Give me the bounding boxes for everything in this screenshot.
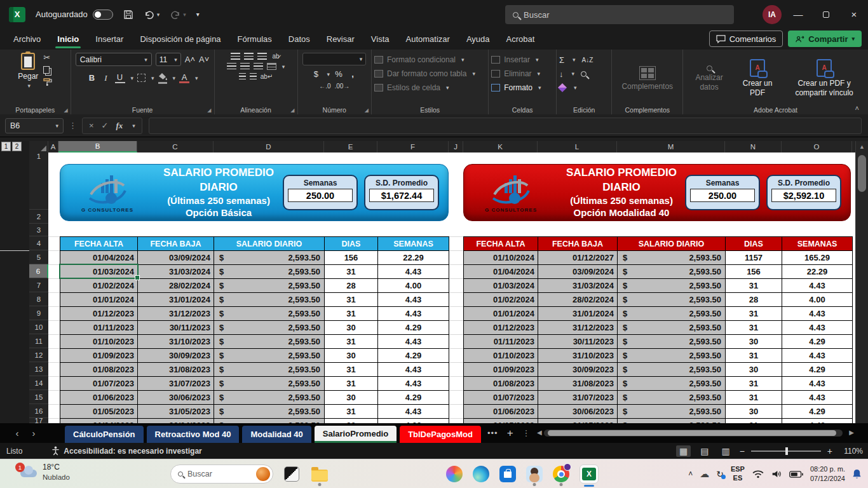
cell[interactable]: 31/01/2024 [138, 293, 214, 307]
sort-filter-icon[interactable]: A↓Z [582, 57, 593, 64]
quick-access-menu-icon[interactable]: ▾ [196, 11, 200, 18]
cell[interactable]: 4.00 [782, 293, 853, 307]
redo-icon[interactable]: ▾ [170, 10, 186, 19]
sheet-options-icon[interactable]: ⋮ [522, 428, 531, 438]
cell[interactable]: 22.29 [782, 265, 853, 279]
column-header-e[interactable]: E [324, 141, 377, 152]
cell[interactable]: $2,593.50 [618, 335, 726, 349]
cell[interactable]: 01/08/2023 [60, 363, 138, 377]
copilot-icon[interactable] [445, 464, 464, 484]
comments-button[interactable]: Comentarios [709, 30, 783, 47]
font-name-select[interactable]: Calibri▾ [76, 53, 152, 66]
row-header-14[interactable]: 14 [29, 376, 48, 390]
row-header-2[interactable]: 2 [29, 210, 48, 224]
cell[interactable]: 01/12/2023 [464, 321, 538, 335]
cell[interactable]: 4.43 [782, 419, 853, 423]
column-header-cell[interactable]: SEMANAS [782, 237, 853, 251]
cell[interactable]: 30 [325, 391, 378, 405]
cell[interactable]: 31 [726, 307, 782, 321]
cell[interactable]: 01/12/2027 [538, 251, 618, 265]
cell[interactable]: $2,593.50 [214, 391, 325, 405]
battery-icon[interactable] [789, 471, 803, 478]
cell[interactable]: 03/09/2024 [138, 251, 214, 265]
row-header-15[interactable]: 15 [29, 390, 48, 404]
cell[interactable]: 31 [325, 377, 378, 391]
copy-icon[interactable] [43, 66, 50, 74]
cell[interactable]: $2,593.50 [618, 419, 726, 423]
notification-bell-icon[interactable] [852, 469, 862, 480]
cell[interactable]: 22.29 [378, 251, 449, 265]
cell[interactable]: 31 [726, 321, 782, 335]
zoom-out-icon[interactable]: − [740, 446, 745, 456]
column-header-cell[interactable]: FECHA BAJA [538, 237, 618, 251]
cell[interactable]: 4.29 [782, 335, 853, 349]
number-format-select[interactable]: ▾ [302, 53, 366, 65]
cell[interactable]: 01/07/2023 [464, 391, 538, 405]
align-center-icon[interactable] [240, 63, 250, 70]
cell[interactable]: $2,593.50 [618, 279, 726, 293]
currency-format-button[interactable]: $ [311, 69, 321, 79]
cell[interactable]: 4.29 [378, 391, 449, 405]
cell[interactable]: 31 [325, 405, 378, 419]
cell[interactable]: 01/11/2023 [60, 321, 138, 335]
cell[interactable]: 31/01/2024 [538, 307, 618, 321]
cell[interactable]: 01/02/2024 [464, 293, 538, 307]
comma-format-button[interactable]: , [348, 69, 358, 79]
cell[interactable]: 4.43 [378, 363, 449, 377]
language-indicator[interactable]: ESP ES [731, 465, 745, 483]
menu-tab-acrobat[interactable]: Acrobat [498, 29, 543, 50]
weather-widget[interactable]: 1 18°C Nublado [19, 463, 70, 482]
cell[interactable]: 4.29 [378, 349, 449, 363]
cell[interactable]: $2,593.50 [214, 349, 325, 363]
menu-tab-archivo[interactable]: Archivo [5, 29, 49, 50]
cell[interactable]: 01/10/2023 [60, 335, 138, 349]
cell[interactable]: 31/03/2024 [538, 279, 618, 293]
decrease-decimal-button[interactable]: .00→ [334, 83, 349, 90]
column-header-d[interactable]: D [214, 141, 324, 152]
cell[interactable]: 4.43 [378, 377, 449, 391]
cell[interactable]: 30/11/2023 [538, 335, 618, 349]
update-restart-icon[interactable]: ↻ [716, 469, 724, 479]
share-button[interactable]: Compartir▾ [788, 30, 862, 47]
formula-input[interactable] [149, 118, 862, 134]
cell[interactable]: $2,593.50 [214, 419, 325, 423]
cell[interactable]: 31 [325, 363, 378, 377]
cell[interactable]: 31/07/2023 [538, 391, 618, 405]
cell[interactable]: 01/05/2023 [60, 405, 138, 419]
normal-view-icon[interactable]: ▦ [676, 445, 691, 457]
cell[interactable]: 01/03/2024 [464, 279, 538, 293]
column-header-cell[interactable]: FECHA BAJA [138, 237, 214, 251]
cell[interactable]: 1157 [726, 251, 782, 265]
cell[interactable]: 31 [726, 377, 782, 391]
row-header-12[interactable]: 12 [29, 348, 48, 362]
sheet-tab-retroactivo-mod-40[interactable]: Retroactivo Mod 40 [147, 426, 240, 443]
align-left-icon[interactable] [227, 63, 236, 70]
zoom-in-icon[interactable]: + [827, 446, 832, 456]
chrome-icon[interactable] [552, 464, 571, 484]
save-icon[interactable] [123, 10, 133, 20]
outline-level-2[interactable]: 2 [12, 142, 22, 151]
decrease-indent-icon[interactable] [239, 73, 246, 80]
cell[interactable]: $2,593.50 [214, 377, 325, 391]
fill-color-button[interactable] [158, 72, 167, 84]
page-layout-view-icon[interactable]: ▤ [697, 445, 712, 457]
cell[interactable]: 01/06/2023 [60, 391, 138, 405]
increase-decimal-button[interactable]: ←.0 [319, 83, 330, 90]
column-header-f[interactable]: F [377, 141, 449, 152]
close-button[interactable]: × [840, 0, 868, 29]
cell[interactable]: $2,593.50 [618, 307, 726, 321]
row-header-6[interactable]: 6 [29, 264, 48, 278]
collapse-ribbon-icon[interactable]: ˄ [855, 104, 859, 112]
cell[interactable]: 28 [726, 293, 782, 307]
row-header-13[interactable]: 13 [29, 362, 48, 376]
cell[interactable]: 4.00 [378, 279, 449, 293]
column-header-cell[interactable]: FECHA ALTA [60, 237, 138, 251]
row-header-4[interactable]: 4 [29, 236, 48, 250]
merge-center-icon[interactable] [267, 63, 276, 70]
photos-app-icon[interactable] [525, 464, 544, 484]
cancel-entry-icon[interactable]: × [89, 121, 94, 130]
taskbar-search[interactable]: Buscar [170, 464, 273, 484]
cell-styles-button[interactable]: Estilos de celda▾ [374, 81, 485, 95]
cell[interactable]: 30 [325, 419, 378, 423]
clipboard-dialog-launcher[interactable]: ◢ [64, 107, 67, 113]
